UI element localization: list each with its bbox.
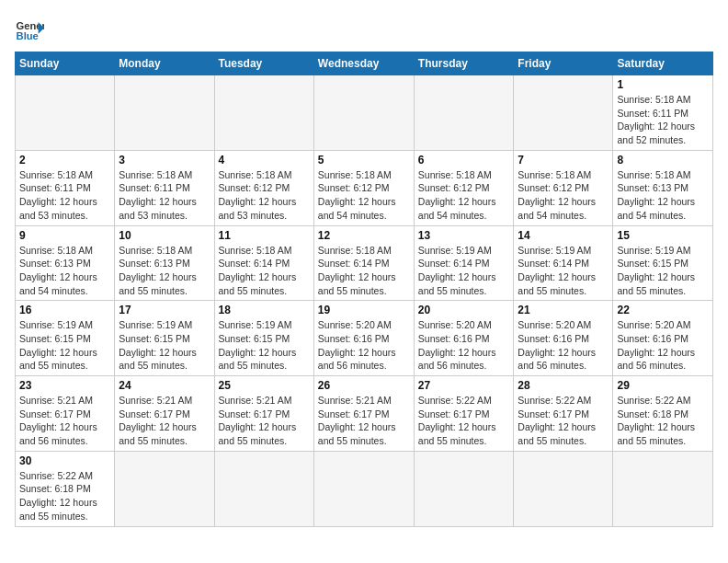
calendar-cell: [313, 451, 414, 526]
day-number: 24: [119, 379, 210, 392]
weekday-header-tuesday: Tuesday: [214, 52, 313, 75]
calendar-cell: [16, 75, 115, 151]
day-number: 6: [418, 154, 510, 167]
calendar-cell: 6Sunrise: 5:18 AMSunset: 6:12 PMDaylight…: [414, 150, 514, 225]
day-number: 23: [19, 379, 110, 392]
day-info: Sunrise: 5:18 AMSunset: 6:14 PMDaylight:…: [219, 244, 310, 298]
day-info: Sunrise: 5:19 AMSunset: 6:15 PMDaylight:…: [119, 318, 210, 373]
day-info: Sunrise: 5:20 AMSunset: 6:16 PMDaylight:…: [318, 318, 410, 373]
calendar-cell: 17Sunrise: 5:19 AMSunset: 6:15 PMDayligh…: [115, 301, 214, 376]
day-info: Sunrise: 5:19 AMSunset: 6:14 PMDaylight:…: [418, 244, 510, 298]
weekday-header-monday: Monday: [115, 52, 214, 75]
weekday-header-row: SundayMondayTuesdayWednesdayThursdayFrid…: [16, 52, 713, 75]
calendar-cell: 20Sunrise: 5:20 AMSunset: 6:16 PMDayligh…: [414, 301, 514, 376]
calendar-cell: [115, 75, 214, 151]
calendar-cell: 7Sunrise: 5:18 AMSunset: 6:12 PMDaylight…: [514, 150, 613, 225]
day-info: Sunrise: 5:19 AMSunset: 6:14 PMDaylight:…: [518, 244, 609, 298]
calendar-week-6: 30Sunrise: 5:22 AMSunset: 6:18 PMDayligh…: [16, 451, 713, 526]
day-number: 2: [19, 154, 110, 167]
day-number: 11: [219, 229, 310, 242]
calendar-cell: 13Sunrise: 5:19 AMSunset: 6:14 PMDayligh…: [414, 225, 514, 301]
calendar-cell: 21Sunrise: 5:20 AMSunset: 6:16 PMDayligh…: [514, 301, 613, 376]
day-info: Sunrise: 5:18 AMSunset: 6:13 PMDaylight:…: [19, 244, 110, 298]
day-number: 30: [19, 454, 110, 467]
day-info: Sunrise: 5:18 AMSunset: 6:11 PMDaylight:…: [119, 168, 210, 223]
calendar-cell: [613, 451, 713, 526]
day-info: Sunrise: 5:20 AMSunset: 6:16 PMDaylight:…: [518, 318, 609, 373]
calendar-week-5: 23Sunrise: 5:21 AMSunset: 6:17 PMDayligh…: [16, 376, 713, 452]
day-info: Sunrise: 5:18 AMSunset: 6:11 PMDaylight:…: [617, 93, 709, 147]
calendar-cell: 11Sunrise: 5:18 AMSunset: 6:14 PMDayligh…: [214, 225, 313, 301]
day-number: 20: [418, 304, 510, 316]
day-number: 21: [518, 304, 609, 316]
day-number: 8: [617, 154, 709, 167]
calendar-cell: 18Sunrise: 5:19 AMSunset: 6:15 PMDayligh…: [214, 301, 313, 376]
weekday-header-thursday: Thursday: [414, 52, 514, 75]
day-number: 25: [219, 379, 310, 392]
day-number: 27: [418, 379, 510, 392]
day-info: Sunrise: 5:18 AMSunset: 6:14 PMDaylight:…: [318, 244, 410, 298]
calendar-week-2: 2Sunrise: 5:18 AMSunset: 6:11 PMDaylight…: [16, 150, 713, 225]
logo-icon: General Blue: [15, 15, 44, 44]
calendar-week-1: 1Sunrise: 5:18 AMSunset: 6:11 PMDaylight…: [16, 75, 713, 151]
day-number: 1: [617, 78, 709, 91]
calendar-cell: 2Sunrise: 5:18 AMSunset: 6:11 PMDaylight…: [16, 150, 115, 225]
day-number: 10: [119, 229, 210, 242]
day-number: 18: [219, 304, 310, 316]
calendar-cell: 15Sunrise: 5:19 AMSunset: 6:15 PMDayligh…: [613, 225, 713, 301]
calendar-cell: 4Sunrise: 5:18 AMSunset: 6:12 PMDaylight…: [214, 150, 313, 225]
calendar-cell: 26Sunrise: 5:21 AMSunset: 6:17 PMDayligh…: [313, 376, 414, 452]
calendar-cell: 19Sunrise: 5:20 AMSunset: 6:16 PMDayligh…: [313, 301, 414, 376]
calendar-cell: 23Sunrise: 5:21 AMSunset: 6:17 PMDayligh…: [16, 376, 115, 452]
calendar-cell: [115, 451, 214, 526]
day-info: Sunrise: 5:18 AMSunset: 6:11 PMDaylight:…: [19, 168, 110, 223]
calendar-cell: 30Sunrise: 5:22 AMSunset: 6:18 PMDayligh…: [16, 451, 115, 526]
calendar-cell: [214, 75, 313, 151]
calendar-cell: [414, 451, 514, 526]
day-number: 5: [318, 154, 410, 167]
day-number: 22: [617, 304, 709, 316]
weekday-header-sunday: Sunday: [16, 52, 115, 75]
day-info: Sunrise: 5:19 AMSunset: 6:15 PMDaylight:…: [617, 244, 709, 298]
day-info: Sunrise: 5:18 AMSunset: 6:12 PMDaylight:…: [318, 168, 410, 223]
svg-text:Blue: Blue: [17, 30, 39, 41]
day-number: 15: [617, 229, 709, 242]
calendar-cell: 12Sunrise: 5:18 AMSunset: 6:14 PMDayligh…: [313, 225, 414, 301]
day-number: 3: [119, 154, 210, 167]
day-info: Sunrise: 5:21 AMSunset: 6:17 PMDaylight:…: [119, 394, 210, 448]
calendar-cell: 29Sunrise: 5:22 AMSunset: 6:18 PMDayligh…: [613, 376, 713, 452]
calendar-cell: 5Sunrise: 5:18 AMSunset: 6:12 PMDaylight…: [313, 150, 414, 225]
day-number: 29: [617, 379, 709, 392]
day-info: Sunrise: 5:18 AMSunset: 6:12 PMDaylight:…: [418, 168, 510, 223]
day-info: Sunrise: 5:20 AMSunset: 6:16 PMDaylight:…: [617, 318, 709, 373]
header: General Blue: [15, 15, 713, 44]
calendar-week-3: 9Sunrise: 5:18 AMSunset: 6:13 PMDaylight…: [16, 225, 713, 301]
day-info: Sunrise: 5:19 AMSunset: 6:15 PMDaylight:…: [19, 318, 110, 373]
day-number: 28: [518, 379, 609, 392]
day-number: 9: [19, 229, 110, 242]
calendar-cell: 9Sunrise: 5:18 AMSunset: 6:13 PMDaylight…: [16, 225, 115, 301]
day-info: Sunrise: 5:18 AMSunset: 6:12 PMDaylight:…: [518, 168, 609, 223]
weekday-header-wednesday: Wednesday: [313, 52, 414, 75]
day-number: 14: [518, 229, 609, 242]
day-info: Sunrise: 5:21 AMSunset: 6:17 PMDaylight:…: [19, 394, 110, 448]
calendar-cell: [514, 75, 613, 151]
calendar-cell: 22Sunrise: 5:20 AMSunset: 6:16 PMDayligh…: [613, 301, 713, 376]
calendar-cell: [514, 451, 613, 526]
day-info: Sunrise: 5:21 AMSunset: 6:17 PMDaylight:…: [219, 394, 310, 448]
calendar-table: SundayMondayTuesdayWednesdayThursdayFrid…: [15, 52, 713, 527]
day-info: Sunrise: 5:21 AMSunset: 6:17 PMDaylight:…: [318, 394, 410, 448]
day-info: Sunrise: 5:18 AMSunset: 6:13 PMDaylight:…: [119, 244, 210, 298]
calendar-cell: 8Sunrise: 5:18 AMSunset: 6:13 PMDaylight…: [613, 150, 713, 225]
day-number: 16: [19, 304, 110, 316]
day-number: 12: [318, 229, 410, 242]
calendar-week-4: 16Sunrise: 5:19 AMSunset: 6:15 PMDayligh…: [16, 301, 713, 376]
calendar-cell: [414, 75, 514, 151]
calendar-cell: 3Sunrise: 5:18 AMSunset: 6:11 PMDaylight…: [115, 150, 214, 225]
day-number: 13: [418, 229, 510, 242]
logo: General Blue: [15, 15, 44, 44]
day-info: Sunrise: 5:22 AMSunset: 6:17 PMDaylight:…: [418, 394, 510, 448]
day-info: Sunrise: 5:19 AMSunset: 6:15 PMDaylight:…: [219, 318, 310, 373]
calendar-cell: 27Sunrise: 5:22 AMSunset: 6:17 PMDayligh…: [414, 376, 514, 452]
day-info: Sunrise: 5:18 AMSunset: 6:12 PMDaylight:…: [219, 168, 310, 223]
